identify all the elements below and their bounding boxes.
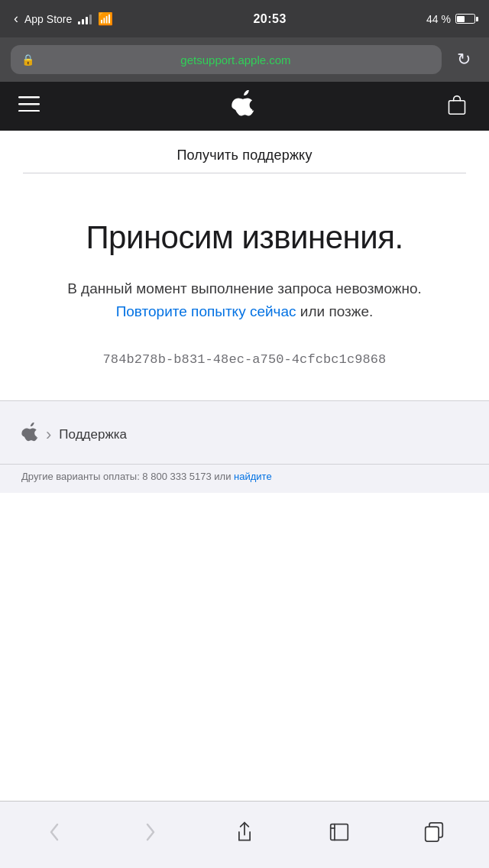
- status-bar: ‹ App Store 📶 20:53 44 %: [0, 0, 489, 37]
- forward-button[interactable]: [127, 814, 173, 844]
- url-field[interactable]: 🔒 getsupport.apple.com: [11, 45, 442, 74]
- shopping-bag-icon[interactable]: [446, 94, 471, 118]
- title-divider: [23, 173, 466, 173]
- retry-link[interactable]: Повторите попытку сейчас: [116, 303, 296, 319]
- error-body-prefix: В данный момент выполнение запроса невоз…: [67, 280, 422, 296]
- footer-text-prefix: Другие варианты оплаты: 8 800 333 5173 и…: [21, 471, 234, 482]
- battery-icon: [455, 14, 475, 24]
- breadcrumb-section: › Поддержка: [0, 401, 489, 464]
- reload-button[interactable]: ↻: [449, 50, 478, 70]
- svg-rect-4: [331, 824, 348, 840]
- svg-rect-3: [449, 101, 465, 115]
- main-content: Приносим извинения. В данный момент выпо…: [0, 181, 489, 400]
- error-code: 784b278b-b831-48ec-a750-4cfcbc1c9868: [38, 350, 451, 370]
- url-text[interactable]: getsupport.apple.com: [40, 53, 431, 66]
- svg-rect-0: [18, 96, 40, 99]
- page-title: Получить поддержку: [0, 147, 489, 164]
- lock-icon: 🔒: [21, 53, 34, 66]
- signal-bars: [78, 14, 92, 24]
- safari-bottom-bar: [0, 801, 489, 868]
- breadcrumb-chevron-icon: ›: [46, 425, 51, 445]
- svg-rect-8: [426, 827, 439, 841]
- error-body-suffix: или позже.: [296, 303, 374, 319]
- status-time: 20:53: [253, 12, 286, 26]
- bookmarks-button[interactable]: [316, 814, 362, 844]
- footer-link[interactable]: найдите: [234, 471, 272, 482]
- battery-percent: 44 %: [426, 13, 451, 25]
- breadcrumb-apple-icon[interactable]: [21, 423, 38, 447]
- status-right: 44 %: [426, 13, 475, 25]
- error-body: В данный момент выполнение запроса невоз…: [38, 277, 451, 322]
- apple-nav: [0, 82, 489, 131]
- svg-rect-1: [18, 103, 40, 105]
- page-title-section: Получить поддержку: [0, 131, 489, 181]
- error-heading: Приносим извинения.: [38, 219, 451, 256]
- status-left: ‹ App Store 📶: [14, 11, 113, 27]
- tabs-button[interactable]: [411, 814, 457, 844]
- share-button[interactable]: [222, 814, 267, 844]
- svg-rect-2: [18, 110, 40, 112]
- apple-logo[interactable]: [232, 90, 254, 123]
- back-button[interactable]: [32, 814, 78, 844]
- footer-text: Другие варианты оплаты: 8 800 333 5173 и…: [21, 471, 272, 482]
- app-name-label: App Store: [24, 13, 72, 25]
- wifi-icon: 📶: [98, 11, 113, 26]
- footer-section: Другие варианты оплаты: 8 800 333 5173 и…: [0, 464, 489, 493]
- hamburger-menu-icon[interactable]: [18, 96, 40, 116]
- back-arrow-icon: ‹: [14, 11, 18, 27]
- breadcrumb-label[interactable]: Поддержка: [59, 427, 127, 442]
- url-bar: 🔒 getsupport.apple.com ↻: [0, 37, 489, 82]
